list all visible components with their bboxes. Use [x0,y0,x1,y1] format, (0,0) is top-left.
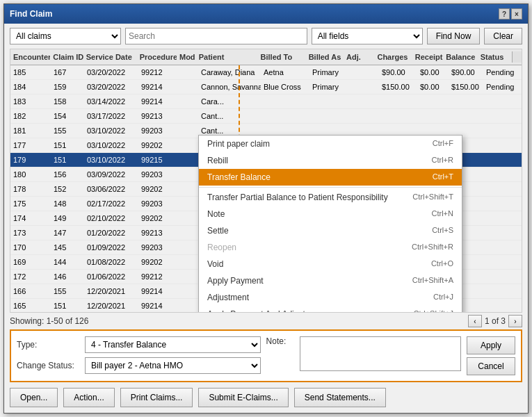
context-menu-item[interactable]: Transfer Partial Balance to Patient Resp… [199,189,462,206]
status-bar: Showing: 1-50 of 126 ‹ 1 of 3 › [4,313,528,329]
table-cell [483,140,518,151]
table-cell: 03/14/2022 [84,96,138,107]
note-textarea[interactable] [300,336,461,371]
table-cell: 99214 [138,286,179,297]
table-cell [309,96,348,107]
table-cell: $150.00 [449,81,483,92]
table-cell: 156 [51,169,84,180]
table-cell: 12/20/2021 [84,286,138,297]
table-cell: Primary [309,67,348,78]
table-cell: 181 [10,125,51,136]
fields-dropdown[interactable]: All fields [312,28,423,44]
table-cell [179,169,198,180]
table-cell [483,198,518,209]
ctx-item-shortcut: Ctrl+Shift+R [412,243,453,252]
table-cell: 99213 [138,111,179,122]
close-button[interactable]: × [511,8,522,19]
table-cell [348,67,379,78]
table-cell: 03/17/2022 [84,111,138,122]
prev-page-button[interactable]: ‹ [468,315,482,327]
table-cell [379,96,417,107]
col-header-svc: Service Date [83,51,137,63]
table-cell: 99214 [138,81,179,92]
send-statements-button[interactable]: Send Statements... [294,388,386,407]
table-row[interactable]: 18415903/20/202299214Cannon, SavannahBlu… [10,80,522,95]
context-menu-item[interactable]: Apply PaymentCtrl+Shift+A [199,272,462,289]
context-menu-item[interactable]: Transfer BalanceCtrl+T [199,169,462,186]
submit-eclaims-button[interactable]: Submit E-Claims... [198,388,288,407]
open-button[interactable]: Open... [10,388,58,407]
table-cell: 144 [51,256,84,268]
table-cell: 149 [51,213,84,224]
table-cell: 175 [10,198,51,209]
table-cell: 155 [51,125,84,136]
action-button[interactable]: Action... [63,388,114,407]
table-row[interactable]: 18516703/20/202299212Caraway, DianaAetna… [10,65,522,80]
table-cell: Pending [483,67,518,78]
context-menu-item[interactable]: VoidCtrl+O [199,256,462,272]
ctx-item-label: Apply Payment [207,276,264,286]
next-page-button[interactable]: › [508,315,522,327]
table-cell [483,169,518,180]
table-cell: Primary [309,81,348,92]
table-body[interactable]: 18516703/20/202299212Caraway, DianaAetna… [10,65,522,312]
bottom-bar: Open... Action... Print Claims... Submit… [4,382,528,413]
action-left: Type: 4 - Transfer Balance Change Status… [17,336,261,374]
page-indicator: 1 of 3 [485,316,506,326]
table-cell: 99213 [138,227,179,238]
table-cell: 152 [51,183,84,195]
table-cell [179,140,198,151]
ctx-item-shortcut: Ctrl+Shift+T [412,193,453,202]
table-cell [483,271,518,282]
ctx-item-label: Transfer Balance [207,172,271,182]
table-cell: 01/20/2022 [84,227,138,238]
table-cell: 01/06/2022 [84,271,138,282]
ctx-item-label: Void [207,259,223,269]
table-cell: Aetna [261,67,309,78]
context-menu-item[interactable]: Apply Payment And AdjustCtrl+Shift+J [199,306,462,312]
table-row[interactable]: 18215403/17/202299213Cant... [10,109,522,124]
find-claim-window: Find Claim ? × All claims All fields Fin… [3,3,529,414]
help-button[interactable]: ? [499,8,510,19]
table-cell [179,213,198,224]
table-cell: 99215 [138,154,179,165]
table-cell [179,256,198,268]
apply-button[interactable]: Apply [467,336,515,354]
table-cell [348,96,379,107]
context-menu-item[interactable]: AdjustmentCtrl+J [199,289,462,306]
table-cell [179,242,198,253]
table-cell: 184 [10,81,51,92]
table-cell [179,300,198,311]
table-cell: 99212 [138,67,179,78]
context-menu-item[interactable]: Print paper claimCtrl+F [199,136,462,152]
table-cell [483,111,518,122]
table-cell: 03/10/2022 [84,125,138,136]
table-cell [179,198,198,209]
table-cell: 02/10/2022 [84,213,138,224]
table-cell: 99202 [138,140,179,151]
context-menu-item[interactable]: RebillCtrl+R [199,152,462,169]
table-row[interactable]: 18315803/14/202299214Cara... [10,95,522,109]
status-dropdown[interactable]: Bill payer 2 - Aetna HMO [85,357,261,374]
table-cell: 174 [10,213,51,224]
ctx-item-label: Reopen [207,243,236,252]
table-cell [417,96,449,107]
ctx-item-label: Settle [207,226,229,236]
ctx-item-shortcut: Ctrl+F [433,139,453,149]
table-cell [179,227,198,238]
table-cell [483,125,518,136]
table-cell: 167 [51,67,84,78]
context-menu-item[interactable]: NoteCtrl+N [199,206,462,222]
find-now-button[interactable]: Find Now [427,28,481,44]
table-cell: 159 [51,81,84,92]
table-cell: 01/08/2022 [84,256,138,268]
context-menu-item[interactable]: SettleCtrl+S [199,222,462,239]
clear-button[interactable]: Clear [484,28,522,44]
print-claims-button[interactable]: Print Claims... [120,388,193,407]
cancel-button[interactable]: Cancel [467,357,515,375]
window-title: Find Claim [10,9,52,19]
search-input[interactable] [125,28,307,44]
type-dropdown[interactable]: 4 - Transfer Balance [85,336,261,353]
claims-table-container: Encounter ID Claim ID Service Date Proce… [10,49,522,313]
claims-dropdown[interactable]: All claims [10,28,121,44]
